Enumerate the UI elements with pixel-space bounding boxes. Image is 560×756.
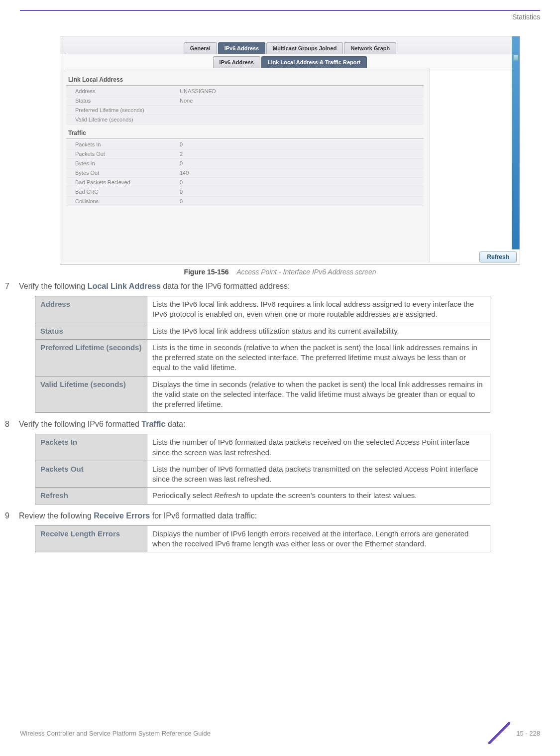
value-collisions: 0 xyxy=(180,198,419,204)
row-address: Address UNASSIGNED xyxy=(66,87,424,96)
row-packets-in: Packets In 0 xyxy=(66,140,424,149)
desc-valid: Displays the time in seconds (relative t… xyxy=(147,376,490,413)
step-9-text: Review the following Receive Errors for … xyxy=(19,511,257,520)
scrollbar-thumb[interactable] xyxy=(513,55,518,61)
label-valid: Valid Lifetime (seconds) xyxy=(75,117,180,123)
value-bad-crc: 0 xyxy=(180,189,419,195)
divider xyxy=(66,85,424,86)
term-recv-len: Receive Length Errors xyxy=(35,525,147,552)
sub-tabs: IPv6 Address Link Local Address & Traffi… xyxy=(60,54,520,68)
step-7-text: Verify the following Local Link Address … xyxy=(19,282,290,291)
table-row: Address Lists the IPv6 local link addres… xyxy=(35,296,490,323)
term-refresh: Refresh xyxy=(35,488,147,504)
panel-main: Link Local Address Address UNASSIGNED St… xyxy=(60,68,430,262)
term-pref: Preferred Lifetime (seconds) xyxy=(35,339,147,376)
desc-recv-len: Displays the number of IPv6 length error… xyxy=(147,525,490,552)
footer-page: 15 - 228 xyxy=(516,730,540,737)
row-collisions: Collisions 0 xyxy=(66,197,424,206)
header-rule xyxy=(20,10,540,11)
table-receive-errors: Receive Length Errors Displays the numbe… xyxy=(35,525,490,553)
table-row: Refresh Periodically select Refresh to u… xyxy=(35,488,490,504)
term-packets-out: Packets Out xyxy=(35,461,147,488)
header-section: Statistics xyxy=(20,13,540,21)
step-8: 8 Verify the following IPv6 formatted Tr… xyxy=(5,420,555,429)
table-row: Receive Length Errors Displays the numbe… xyxy=(35,525,490,552)
row-valid: Valid Lifetime (seconds) xyxy=(66,115,424,125)
row-bad-crc: Bad CRC 0 xyxy=(66,187,424,197)
footer-right: 15 - 228 xyxy=(488,722,540,744)
screenshot-panel: General IPv6 Address Multicast Groups Jo… xyxy=(60,36,520,265)
subtab-link-local[interactable]: Link Local Address & Traffic Report xyxy=(261,56,367,68)
tab-ipv6-address[interactable]: IPv6 Address xyxy=(218,42,265,54)
desc-address: Lists the IPv6 local link address. IPv6 … xyxy=(147,296,490,323)
table-row: Packets Out Lists the number of IPv6 for… xyxy=(35,461,490,488)
table-traffic: Packets In Lists the number of IPv6 form… xyxy=(35,434,490,504)
desc-status: Lists the IPv6 local link address utiliz… xyxy=(147,323,490,339)
value-bytes-in: 0 xyxy=(180,160,419,166)
value-status: None xyxy=(180,98,419,104)
label-packets-in: Packets In xyxy=(75,141,180,147)
step-8-text: Verify the following IPv6 formatted Traf… xyxy=(19,420,185,429)
footer-mark-icon xyxy=(488,722,510,744)
step-8-num: 8 xyxy=(5,420,12,429)
figure-label: Figure 15-156 xyxy=(184,268,228,276)
step-9-num: 9 xyxy=(5,511,12,520)
footer: Wireless Controller and Service Platform… xyxy=(0,722,560,744)
value-bad-packets: 0 xyxy=(180,179,419,185)
step-7: 7 Verify the following Local Link Addres… xyxy=(5,282,555,291)
link-local-title: Link Local Address xyxy=(68,76,424,83)
step-7-num: 7 xyxy=(5,282,12,291)
panel-side xyxy=(430,68,520,262)
tab-general[interactable]: General xyxy=(184,42,217,54)
table-local-link-address: Address Lists the IPv6 local link addres… xyxy=(35,296,490,413)
figure-caption: Figure 15-156 Access Point - Interface I… xyxy=(0,268,560,276)
refresh-button[interactable]: Refresh xyxy=(479,252,517,262)
row-bad-packets: Bad Packets Recieved 0 xyxy=(66,178,424,187)
footer-title: Wireless Controller and Service Platform… xyxy=(20,730,211,737)
desc-packets-out: Lists the number of IPv6 formatted data … xyxy=(147,461,490,488)
label-pref: Preferred Lifetime (seconds) xyxy=(75,107,180,113)
label-bytes-out: Bytes Out xyxy=(75,170,180,176)
tab-network-graph[interactable]: Network Graph xyxy=(344,42,396,54)
label-bad-packets: Bad Packets Recieved xyxy=(75,179,180,185)
term-status: Status xyxy=(35,323,147,339)
figure-desc: Access Point - Interface IPv6 Address sc… xyxy=(236,268,376,276)
desc-packets-in: Lists the number of IPv6 formatted data … xyxy=(147,434,490,461)
step-9: 9 Review the following Receive Errors fo… xyxy=(5,511,555,520)
table-row: Status Lists the IPv6 local link address… xyxy=(35,323,490,339)
term-valid: Valid Lifetime (seconds) xyxy=(35,376,147,413)
value-bytes-out: 140 xyxy=(180,170,419,176)
value-packets-out: 2 xyxy=(180,151,419,157)
table-row: Preferred Lifetime (seconds) Lists is th… xyxy=(35,339,490,376)
label-collisions: Collisions xyxy=(75,198,180,204)
value-packets-in: 0 xyxy=(180,141,419,147)
scrollbar[interactable] xyxy=(512,36,520,250)
label-status: Status xyxy=(75,98,180,104)
tab-multicast[interactable]: Multicast Groups Joined xyxy=(266,42,343,54)
table-row: Valid Lifetime (seconds) Displays the ti… xyxy=(35,376,490,413)
row-pref: Preferred Lifetime (seconds) xyxy=(66,106,424,115)
label-bytes-in: Bytes In xyxy=(75,160,180,166)
desc-refresh: Periodically select Refresh to update th… xyxy=(147,488,490,504)
divider xyxy=(66,138,424,139)
row-packets-out: Packets Out 2 xyxy=(66,149,424,159)
label-bad-crc: Bad CRC xyxy=(75,189,180,195)
subtab-ipv6-address[interactable]: IPv6 Address xyxy=(213,56,260,68)
value-pref xyxy=(180,107,419,113)
value-address: UNASSIGNED xyxy=(180,88,419,94)
desc-pref: Lists is the time in seconds (relative t… xyxy=(147,339,490,376)
table-row: Packets In Lists the number of IPv6 form… xyxy=(35,434,490,461)
term-address: Address xyxy=(35,296,147,323)
row-bytes-out: Bytes Out 140 xyxy=(66,168,424,178)
panel-body: Link Local Address Address UNASSIGNED St… xyxy=(60,68,520,262)
value-valid xyxy=(180,117,419,123)
term-packets-in: Packets In xyxy=(35,434,147,461)
row-bytes-in: Bytes In 0 xyxy=(66,159,424,168)
label-packets-out: Packets Out xyxy=(75,151,180,157)
main-tabs: General IPv6 Address Multicast Groups Jo… xyxy=(60,36,520,54)
label-address: Address xyxy=(75,88,180,94)
traffic-title: Traffic xyxy=(68,129,424,136)
row-status: Status None xyxy=(66,96,424,106)
